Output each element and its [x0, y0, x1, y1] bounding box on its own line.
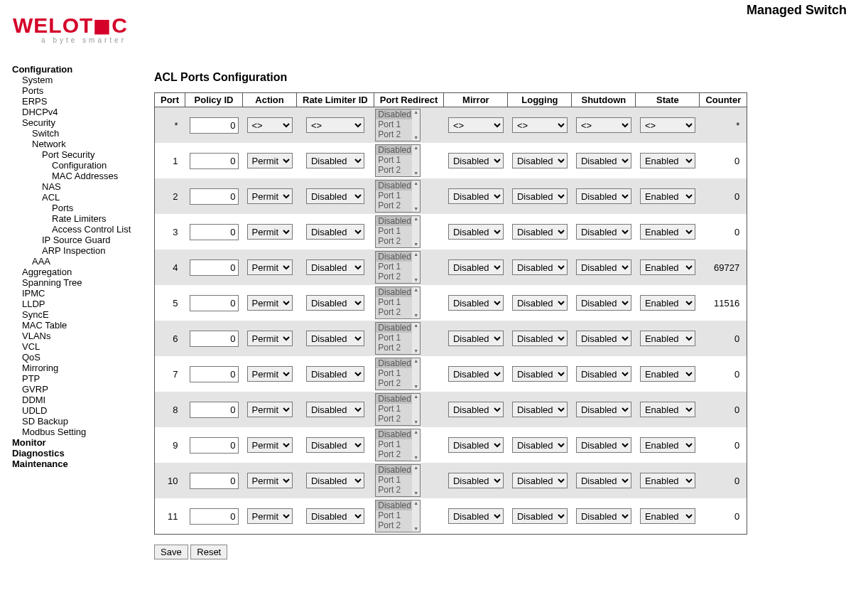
policy-id-input[interactable] [190, 331, 239, 347]
policy-id-input[interactable] [190, 224, 239, 240]
action-select[interactable]: Permit [247, 188, 293, 204]
shutdown-select[interactable]: Disabled [576, 153, 631, 168]
nav-item-monitor[interactable]: Monitor [12, 437, 154, 448]
policy-id-input[interactable] [190, 117, 239, 134]
state-select[interactable]: Enabled [640, 224, 695, 240]
shutdown-select[interactable]: Disabled [576, 224, 631, 240]
action-select[interactable]: Permit [247, 153, 293, 168]
rate-limiter-select[interactable]: Disabled [306, 331, 364, 346]
port-redirect-listbox[interactable]: DisabledPort 1Port 2▲▼ [375, 109, 421, 141]
save-button[interactable]: Save [154, 545, 188, 559]
nav-item-dhcpv4[interactable]: DHCPv4 [12, 107, 154, 117]
mirror-select[interactable]: Disabled [448, 224, 504, 240]
mirror-select[interactable]: Disabled [448, 437, 504, 453]
logging-select[interactable]: Disabled [512, 331, 568, 346]
nav-item-maintenance[interactable]: Maintenance [12, 459, 154, 469]
nav-item-system[interactable]: System [12, 75, 154, 85]
mirror-select[interactable]: Disabled [448, 331, 504, 346]
state-select[interactable]: Enabled [640, 153, 695, 168]
state-select[interactable]: Enabled [640, 295, 695, 311]
port-redirect-listbox[interactable]: DisabledPort 1Port 2▲▼ [375, 144, 421, 177]
rate-limiter-select[interactable]: Disabled [306, 473, 364, 488]
policy-id-input[interactable] [190, 473, 239, 489]
nav-item-sd-backup[interactable]: SD Backup [12, 416, 154, 427]
nav-item-modbus-setting[interactable]: Modbus Setting [12, 427, 154, 437]
logging-select[interactable]: Disabled [512, 188, 568, 204]
shutdown-select[interactable]: Disabled [576, 295, 631, 311]
action-select[interactable]: Permit [247, 224, 293, 240]
action-select[interactable]: Permit [247, 259, 293, 275]
shutdown-select[interactable]: Disabled [576, 331, 631, 346]
shutdown-select[interactable]: Disabled [576, 366, 631, 382]
state-select[interactable]: Enabled [640, 188, 695, 204]
nav-item-ports[interactable]: Ports [12, 85, 154, 96]
nav-item-access-control-list[interactable]: Access Control List [12, 224, 154, 235]
scrollbar[interactable]: ▲▼ [412, 287, 420, 318]
rate-limiter-select[interactable]: Disabled [306, 259, 364, 275]
nav-item-rate-limiters[interactable]: Rate Limiters [12, 213, 154, 224]
logging-select[interactable]: Disabled [512, 259, 568, 275]
rate-limiter-select[interactable]: Disabled [306, 295, 364, 311]
mirror-select[interactable]: Disabled [448, 402, 504, 417]
logging-select[interactable]: Disabled [512, 437, 568, 453]
nav-item-configuration[interactable]: Configuration [12, 64, 154, 75]
mirror-select[interactable]: Disabled [448, 153, 504, 168]
policy-id-input[interactable] [190, 437, 239, 454]
scrollbar[interactable]: ▲▼ [412, 394, 420, 425]
scrollbar[interactable]: ▲▼ [412, 500, 420, 532]
nav-item-port-security[interactable]: Port Security [12, 149, 154, 160]
port-redirect-listbox[interactable]: DisabledPort 1Port 2▲▼ [375, 393, 421, 426]
mirror-select[interactable]: Disabled [448, 259, 504, 275]
port-redirect-listbox[interactable]: DisabledPort 1Port 2▲▼ [375, 215, 421, 248]
policy-id-input[interactable] [190, 508, 239, 525]
nav-item-ddmi[interactable]: DDMI [12, 395, 154, 405]
logging-select[interactable]: Disabled [512, 402, 568, 417]
shutdown-select[interactable]: Disabled [576, 402, 631, 417]
action-select[interactable]: Permit [247, 508, 293, 524]
action-select[interactable]: Permit [247, 473, 293, 488]
rate-limiter-select[interactable]: Disabled [306, 153, 364, 168]
mirror-select[interactable]: Disabled [448, 366, 504, 382]
policy-id-input[interactable] [190, 188, 239, 205]
nav-item-lldp[interactable]: LLDP [12, 299, 154, 309]
reset-button[interactable]: Reset [190, 545, 227, 559]
state-select[interactable]: Enabled [640, 437, 695, 453]
nav-item-vlans[interactable]: VLANs [12, 331, 154, 341]
port-redirect-listbox[interactable]: DisabledPort 1Port 2▲▼ [375, 180, 421, 213]
logging-select[interactable]: Disabled [512, 295, 568, 311]
nav-item-acl[interactable]: ACL [12, 192, 154, 203]
nav-item-arp-inspection[interactable]: ARP Inspection [12, 245, 154, 256]
nav-item-aggregation[interactable]: Aggregation [12, 267, 154, 277]
nav-item-ports[interactable]: Ports [12, 203, 154, 213]
nav-item-qos[interactable]: QoS [12, 352, 154, 363]
nav-item-ptp[interactable]: PTP [12, 373, 154, 384]
scrollbar[interactable]: ▲▼ [412, 216, 420, 247]
nav-item-mac-table[interactable]: MAC Table [12, 320, 154, 331]
nav-item-spanning-tree[interactable]: Spanning Tree [12, 277, 154, 288]
policy-id-input[interactable] [190, 259, 239, 276]
rate-limiter-select[interactable]: Disabled [306, 188, 364, 204]
rate-limiter-select[interactable]: Disabled [306, 437, 364, 453]
nav-item-vcl[interactable]: VCL [12, 341, 154, 352]
logging-select[interactable]: <> [512, 117, 568, 133]
state-select[interactable]: Enabled [640, 331, 695, 346]
scrollbar[interactable]: ▲▼ [412, 252, 420, 283]
nav-item-switch[interactable]: Switch [12, 128, 154, 139]
nav-item-ip-source-guard[interactable]: IP Source Guard [12, 235, 154, 245]
scrollbar[interactable]: ▲▼ [412, 109, 420, 141]
nav-item-nas[interactable]: NAS [12, 181, 154, 192]
logging-select[interactable]: Disabled [512, 224, 568, 240]
nav-item-gvrp[interactable]: GVRP [12, 384, 154, 395]
action-select[interactable]: Permit [247, 437, 293, 453]
logging-select[interactable]: Disabled [512, 508, 568, 524]
port-redirect-listbox[interactable]: DisabledPort 1Port 2▲▼ [375, 286, 421, 319]
shutdown-select[interactable]: Disabled [576, 259, 631, 275]
action-select[interactable]: Permit [247, 366, 293, 382]
state-select[interactable]: Enabled [640, 473, 695, 488]
nav-item-network[interactable]: Network [12, 139, 154, 149]
policy-id-input[interactable] [190, 402, 239, 418]
policy-id-input[interactable] [190, 366, 239, 382]
rate-limiter-select[interactable]: Disabled [306, 508, 364, 524]
mirror-select[interactable]: Disabled [448, 188, 504, 204]
logging-select[interactable]: Disabled [512, 153, 568, 168]
